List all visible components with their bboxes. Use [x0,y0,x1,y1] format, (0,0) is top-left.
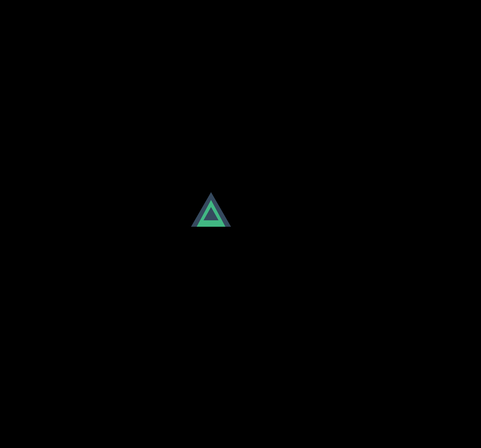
vue-logo [191,191,231,228]
